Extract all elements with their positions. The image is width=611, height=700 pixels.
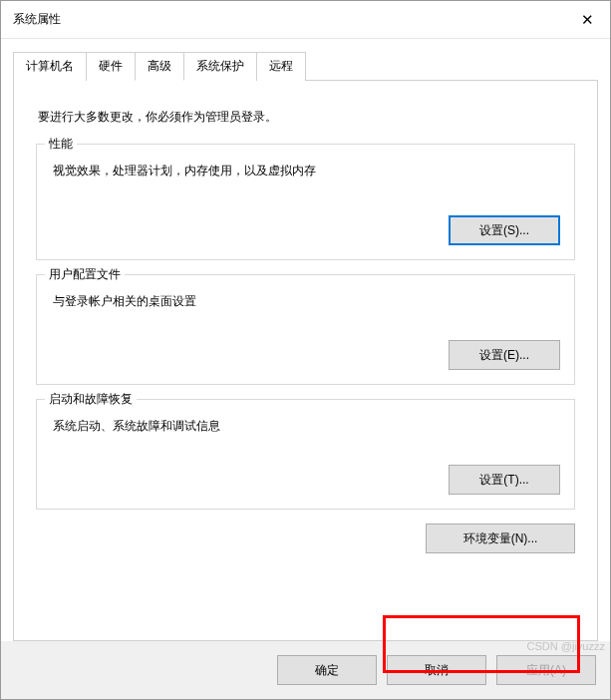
group-userprofile-title: 用户配置文件 xyxy=(45,266,125,283)
tab-panel-advanced: 要进行大多数更改，你必须作为管理员登录。 性能 视觉效果，处理器计划，内存使用，… xyxy=(13,80,598,641)
group-startup: 启动和故障恢复 系统启动、系统故障和调试信息 设置(T)... xyxy=(36,399,575,510)
env-button-row: 环境变量(N)... xyxy=(36,524,575,553)
cancel-button[interactable]: 取消 xyxy=(387,655,486,685)
dialog-footer: 确定 取消 应用(A) xyxy=(1,641,610,699)
tab-strip: 计算机名 硬件 高级 系统保护 远程 xyxy=(13,51,598,80)
performance-settings-button[interactable]: 设置(S)... xyxy=(449,215,560,245)
group-performance-desc: 视觉效果，处理器计划，内存使用，以及虚拟内存 xyxy=(53,163,560,179)
window-title: 系统属性 xyxy=(13,11,564,28)
group-userprofile-desc: 与登录帐户相关的桌面设置 xyxy=(53,293,560,310)
group-userprofile: 用户配置文件 与登录帐户相关的桌面设置 设置(E)... xyxy=(36,274,575,385)
admin-required-text: 要进行大多数更改，你必须作为管理员登录。 xyxy=(38,109,575,126)
tab-system-protection[interactable]: 系统保护 xyxy=(183,52,257,81)
userprofile-settings-button[interactable]: 设置(E)... xyxy=(449,340,560,370)
group-startup-desc: 系统启动、系统故障和调试信息 xyxy=(53,418,560,435)
apply-button[interactable]: 应用(A) xyxy=(496,655,596,685)
group-performance: 性能 视觉效果，处理器计划，内存使用，以及虚拟内存 设置(S)... xyxy=(36,144,575,260)
startup-settings-button[interactable]: 设置(T)... xyxy=(449,465,560,495)
ok-button[interactable]: 确定 xyxy=(277,655,377,685)
close-icon: ✕ xyxy=(581,11,594,29)
group-startup-title: 启动和故障恢复 xyxy=(45,391,137,408)
titlebar: 系统属性 ✕ xyxy=(1,1,610,39)
tab-computer-name[interactable]: 计算机名 xyxy=(13,52,87,81)
content-area: 计算机名 硬件 高级 系统保护 远程 要进行大多数更改，你必须作为管理员登录。 … xyxy=(1,39,610,641)
tab-hardware[interactable]: 硬件 xyxy=(86,52,136,81)
tab-remote[interactable]: 远程 xyxy=(256,52,306,81)
tab-advanced[interactable]: 高级 xyxy=(135,52,184,81)
close-button[interactable]: ✕ xyxy=(564,1,610,39)
group-performance-title: 性能 xyxy=(45,136,77,153)
environment-variables-button[interactable]: 环境变量(N)... xyxy=(426,524,575,553)
